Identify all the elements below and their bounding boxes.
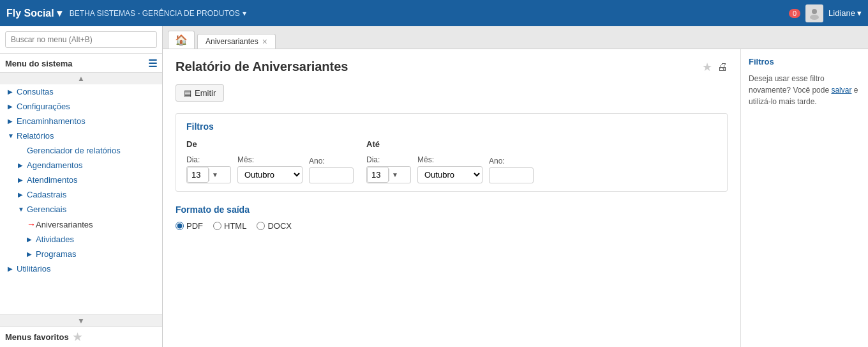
- page-title: Relatório de Aniversariantes: [176, 59, 348, 74]
- arrow-icon: ▶: [27, 251, 33, 258]
- arrow-icon: ▶: [18, 176, 24, 183]
- favorites-title: Menus favoritos: [5, 332, 69, 342]
- filter-de-label: De: [186, 139, 354, 149]
- filter-de-ano-field: Ano:: [309, 157, 354, 183]
- sidebar-scroll-up[interactable]: ▲: [0, 72, 162, 84]
- brand-name: Fly Social: [6, 8, 54, 19]
- arrow-icon: ▶: [27, 236, 33, 243]
- filter-de-mes-field: Mês: JaneiroFevereiroMarçoAbril MaioJunh…: [237, 155, 303, 183]
- tab-close-icon[interactable]: ×: [262, 37, 267, 46]
- right-panel-save-link[interactable]: salvar: [831, 86, 851, 95]
- user-name: Lidiane: [828, 8, 855, 18]
- sidebar-item-label: Atividades: [36, 235, 74, 244]
- filter-ate-ano-field: Ano:: [489, 157, 534, 183]
- scroll-up-icon[interactable]: ▲: [77, 74, 85, 83]
- sidebar-item-label: Encaminhamentos: [17, 116, 86, 126]
- print-icon[interactable]: 🖨: [717, 61, 728, 73]
- filter-ate-dia-field: Dia: 13 ▼: [366, 155, 411, 183]
- sidebar-item-relatorios[interactable]: ▼ Relatórios: [0, 128, 162, 143]
- de-dia-input[interactable]: 13: [187, 167, 209, 183]
- ate-dia-label: Dia:: [366, 155, 411, 164]
- arrow-icon: ▶: [18, 191, 24, 198]
- filter-de-fields: Dia: 13 ▼ Mês:: [186, 155, 354, 183]
- arrow-icon: ▶: [8, 265, 14, 272]
- ate-mes-select[interactable]: JaneiroFevereiroMarçoAbril MaioJunhoJulh…: [418, 167, 482, 183]
- output-html-radio[interactable]: [213, 222, 221, 230]
- notification-badge[interactable]: 0: [789, 9, 800, 18]
- right-panel-text: Deseja usar esse filtro novamente? Você …: [749, 73, 860, 107]
- arrow-icon: ▶: [8, 88, 14, 95]
- tab-home[interactable]: 🏠: [168, 31, 195, 49]
- sidebar-search-input[interactable]: [5, 31, 157, 48]
- output-html-option[interactable]: HTML: [213, 221, 246, 231]
- arrow-icon: ▼: [8, 132, 14, 139]
- sidebar-item-configuracoes[interactable]: ▶ Configurações: [0, 99, 162, 114]
- sidebar-item-utilitarios[interactable]: ▶ Utilitários: [0, 261, 162, 276]
- svg-point-0: [812, 9, 817, 14]
- sidebar-item-label: Relatórios: [17, 131, 54, 141]
- arrow-icon: ▶: [18, 162, 24, 169]
- sidebar-item-label: Consultas: [17, 87, 54, 96]
- de-ano-input[interactable]: [309, 167, 354, 183]
- sidebar-item-gerenciador[interactable]: ▶ Gerenciador de relatórios: [0, 143, 162, 158]
- sidebar-item-atendimentos[interactable]: ▶ Atendimentos: [0, 173, 162, 187]
- sidebar-item-atividades[interactable]: ▶ Atividades: [0, 232, 162, 247]
- sidebar-menu-list: ▶ Consultas ▶ Configurações ▶ Encaminham…: [0, 84, 162, 314]
- sidebar-collapse-icon[interactable]: ☰: [148, 58, 157, 70]
- sidebar-item-consultas[interactable]: ▶ Consultas: [0, 84, 162, 99]
- output-pdf-radio[interactable]: [176, 222, 184, 230]
- ate-dia-arrow-icon[interactable]: ▼: [389, 169, 401, 181]
- ate-dia-input[interactable]: 13: [367, 167, 389, 183]
- brand-logo[interactable]: Fly Social ▾: [6, 7, 62, 19]
- top-nav-left: Fly Social ▾ BETHA SISTEMAS - GERÊNCIA D…: [6, 7, 246, 19]
- main-layout: Menu do sistema ☰ ▲ ▶ Consultas ▶ Config…: [0, 26, 868, 347]
- page-header: Relatório de Aniversariantes ★ 🖨: [176, 59, 728, 74]
- sidebar-item-label: Aniversariantes: [36, 220, 93, 229]
- sidebar-item-label: Cadastrais: [27, 190, 66, 199]
- sidebar-item-aniversariantes[interactable]: → Aniversariantes: [0, 217, 162, 232]
- output-docx-label: DOCX: [267, 221, 292, 231]
- sidebar-item-programas[interactable]: ▶ Programas: [0, 247, 162, 261]
- sidebar-scroll-down[interactable]: ▼: [0, 314, 162, 327]
- output-title: Formato de saída: [176, 204, 728, 215]
- user-menu[interactable]: Lidiane ▾: [828, 8, 862, 18]
- sidebar-item-label: Configurações: [17, 102, 70, 111]
- sidebar-item-agendamentos[interactable]: ▶ Agendamentos: [0, 158, 162, 173]
- svg-point-1: [810, 15, 819, 20]
- content-area: 🏠 Aniversariantes × Relatório de Anivers…: [163, 26, 868, 347]
- scroll-down-icon[interactable]: ▼: [77, 316, 85, 325]
- favorites-star-icon[interactable]: ★: [73, 331, 82, 343]
- filter-row: De Dia: 13 ▼ Mês:: [186, 139, 717, 183]
- sidebar-item-gerenciais[interactable]: ▼ Gerenciais: [0, 202, 162, 217]
- emit-button[interactable]: ▤ Emitir: [176, 84, 224, 102]
- output-pdf-label: PDF: [186, 221, 203, 231]
- de-mes-label: Mês:: [237, 155, 303, 164]
- filter-ate-fields: Dia: 13 ▼ Mês:: [366, 155, 534, 183]
- ate-dia-select[interactable]: 13 ▼: [366, 166, 411, 183]
- emit-button-label: Emitir: [195, 88, 216, 98]
- sidebar-item-encaminhamentos[interactable]: ▶ Encaminhamentos: [0, 114, 162, 128]
- de-dia-select[interactable]: 13 ▼: [186, 166, 231, 183]
- de-mes-select[interactable]: JaneiroFevereiroMarçoAbril MaioJunhoJulh…: [238, 167, 302, 183]
- ate-ano-input[interactable]: [489, 167, 534, 183]
- tabs-bar: 🏠 Aniversariantes ×: [163, 26, 868, 49]
- output-docx-option[interactable]: DOCX: [257, 221, 292, 231]
- tab-aniversariantes[interactable]: Aniversariantes ×: [197, 34, 276, 49]
- filters-section: Filtros De Dia: 13 ▼: [176, 113, 728, 192]
- user-dropdown-icon: ▾: [857, 8, 862, 18]
- page-content: Relatório de Aniversariantes ★ 🖨 ▤ Emiti…: [163, 49, 740, 347]
- brand-dropdown-icon: ▾: [57, 7, 62, 19]
- output-docx-radio[interactable]: [257, 222, 265, 230]
- de-dia-arrow-icon[interactable]: ▼: [209, 169, 221, 181]
- filter-de-dia-field: Dia: 13 ▼: [186, 155, 231, 183]
- sidebar-favorites: Menus favoritos ★: [0, 327, 162, 347]
- output-pdf-option[interactable]: PDF: [176, 221, 203, 231]
- sidebar-item-cadastrais[interactable]: ▶ Cadastrais: [0, 187, 162, 202]
- output-format-group: PDF HTML DOCX: [176, 221, 728, 231]
- ate-mes-label: Mês:: [417, 155, 483, 164]
- arrow-icon: ▶: [8, 118, 14, 125]
- company-menu[interactable]: BETHA SISTEMAS - GERÊNCIA DE PRODUTOS ▾: [70, 9, 246, 18]
- favorite-star-icon[interactable]: ★: [702, 60, 712, 74]
- filter-ate-mes-field: Mês: JaneiroFevereiroMarçoAbril MaioJunh…: [417, 155, 483, 183]
- top-nav: Fly Social ▾ BETHA SISTEMAS - GERÊNCIA D…: [0, 0, 868, 26]
